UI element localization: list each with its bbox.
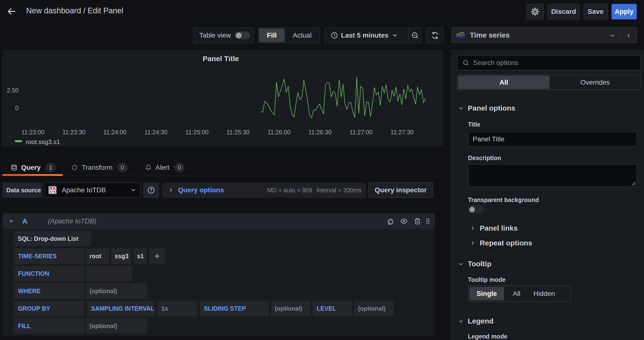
- svg-text:11:26:30: 11:26:30: [308, 129, 332, 135]
- svg-text:11:27:30: 11:27:30: [390, 129, 414, 135]
- svg-text:11:24:30: 11:24:30: [144, 129, 167, 135]
- svg-text:11:25:00: 11:25:00: [186, 129, 208, 135]
- svg-text:11:23:00: 11:23:00: [21, 129, 44, 135]
- svg-text:11:23:30: 11:23:30: [62, 129, 86, 135]
- svg-text:11:27:00: 11:27:00: [349, 129, 372, 135]
- svg-text:11:26:00: 11:26:00: [268, 129, 290, 135]
- svg-text:root.ssg3.s1: root.ssg3.s1: [26, 138, 60, 145]
- svg-text:2.50: 2.50: [7, 87, 19, 94]
- svg-text:0: 0: [15, 105, 19, 112]
- svg-text:11:25:30: 11:25:30: [226, 129, 249, 135]
- svg-text:Panel Title: Panel Title: [203, 55, 239, 63]
- svg-text:11:24:00: 11:24:00: [104, 129, 126, 135]
